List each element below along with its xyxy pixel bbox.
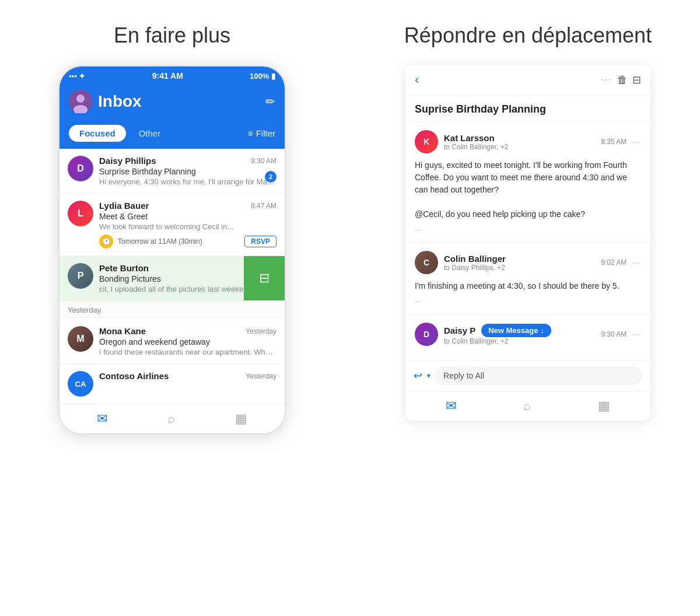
list-item[interactable]: M Mona Kane Yesterday Oregon and weekend…	[60, 319, 285, 364]
phone-mockup: ▪▪▪ ✦ 9:41 AM 100% ▮ Inbox	[58, 65, 286, 435]
nav-search-icon[interactable]: ⌕	[167, 411, 175, 426]
msg-time: 9:30 AM	[601, 330, 626, 338]
email-preview: We look forward to welcoming Cecil in...	[99, 222, 276, 231]
msg-time: 8:35 AM	[601, 138, 626, 146]
msg-time: 9:02 AM	[601, 258, 626, 267]
email-subject: Meet & Greet	[99, 212, 276, 221]
email-sender: Contoso Airlines	[99, 371, 169, 381]
email-top: Lydia Bauer 8:47 AM	[99, 201, 276, 211]
email-time: Yesterday	[246, 372, 276, 380]
filter-icon: ≡	[248, 128, 253, 138]
msg-to: to Colin Ballinger, +2	[444, 143, 595, 151]
msg-body: I'm finishing a meeting at 4:30, so I sh…	[415, 280, 641, 292]
unread-badge: 2	[265, 171, 276, 183]
email-sender: Lydia Bauer	[99, 201, 149, 211]
archive-button[interactable]: ⊟	[632, 74, 641, 86]
right-title: Répondre en déplacement	[404, 23, 652, 48]
date-separator: Yesterday	[60, 301, 285, 319]
msg-options[interactable]: ···	[632, 137, 641, 146]
list-item[interactable]: CA Contoso Airlines Yesterday	[60, 364, 285, 404]
message-header: K Kat Larsson to Colin Ballinger, +2 8:3…	[415, 130, 641, 153]
nav-search-icon[interactable]: ⌕	[523, 398, 531, 414]
left-section: En faire plus ▪▪▪ ✦ 9:41 AM 100% ▮	[12, 23, 332, 435]
email-time: Yesterday	[246, 327, 276, 335]
reply-icon: ↩	[414, 369, 422, 382]
tab-other[interactable]: Other	[131, 125, 169, 142]
email-list: D Daisy Phillips 9:30 AM Surprise Birthd…	[60, 149, 285, 404]
email-preview: I found these restaurants near our apart…	[99, 348, 276, 356]
email-top: Daisy Phillips 9:30 AM	[99, 156, 276, 166]
msg-ellipsis: ···	[415, 225, 641, 234]
inbox-title: Inbox	[98, 92, 142, 111]
panel-bottom-nav: ✉ ⌕ ▦	[405, 391, 650, 421]
thread-message: K Kat Larsson to Colin Ballinger, +2 8:3…	[405, 122, 650, 243]
new-message-banner[interactable]: New Message ↓	[481, 324, 551, 337]
msg-ellipsis: ···	[415, 297, 641, 306]
status-bar: ▪▪▪ ✦ 9:41 AM 100% ▮	[60, 66, 285, 85]
email-sender: Pete Burton	[99, 263, 149, 273]
avatar: M	[68, 326, 93, 352]
msg-info: Kat Larsson to Colin Ballinger, +2	[444, 133, 595, 151]
email-time: 8:47 AM	[251, 202, 276, 210]
email-content: Daisy Phillips 9:30 AM Surprise Birthday…	[99, 156, 276, 186]
event-icon: 🕐	[99, 235, 113, 249]
inbox-tabs: Focused Other ≡ Filter	[60, 120, 285, 149]
email-content: Lydia Bauer 8:47 AM Meet & Greet We look…	[99, 201, 276, 249]
nav-calendar-icon[interactable]: ▦	[598, 398, 610, 414]
msg-body: Hi guys, excited to meet tonight. I'll b…	[415, 159, 641, 220]
avatar	[69, 90, 92, 113]
avatar: L	[68, 201, 93, 226]
email-top: Mona Kane Yesterday	[99, 326, 276, 336]
msg-sender: Kat Larsson	[444, 133, 595, 143]
msg-info: Daisy P New Message ↓ to Colin Ballinger…	[444, 324, 595, 345]
email-subject: Oregon and weekend getaway	[99, 337, 276, 346]
rsvp-button[interactable]: RSVP	[244, 236, 276, 247]
panel-toolbar: ‹ ··· 🗑 ⊟	[405, 65, 650, 95]
email-preview: Hi everyone, 4:30 works for me, I'll arr…	[99, 177, 276, 186]
msg-to: to Daisy Phillips, +2	[444, 264, 595, 272]
message-header: D Daisy P New Message ↓ to Colin Balling…	[415, 323, 641, 346]
bottom-nav: ✉ ⌕ ▦	[60, 404, 285, 433]
more-options-button[interactable]: ···	[601, 75, 612, 85]
email-content: Mona Kane Yesterday Oregon and weekend g…	[99, 326, 276, 356]
swipe-archive-action[interactable]: ⊟	[244, 256, 285, 300]
nav-calendar-icon[interactable]: ▦	[235, 411, 247, 426]
msg-info: Colin Ballinger to Daisy Phillips, +2	[444, 254, 595, 272]
msg-options[interactable]: ···	[632, 330, 641, 339]
message-header: C Colin Ballinger to Daisy Phillips, +2 …	[415, 251, 641, 274]
filter-button[interactable]: ≡ Filter	[248, 128, 275, 138]
email-sender: Mona Kane	[99, 326, 146, 336]
inbox-header: Inbox ✏	[60, 85, 285, 120]
msg-to: to Colin Ballinger, +2	[444, 337, 595, 345]
reply-input[interactable]: Reply to All	[435, 366, 642, 385]
email-subject: Surprise Birthday Planning	[99, 167, 276, 176]
avatar: P	[68, 263, 93, 289]
status-left: ▪▪▪ ✦	[69, 72, 85, 80]
msg-options[interactable]: ···	[632, 258, 641, 267]
email-time: 9:30 AM	[251, 157, 276, 165]
avatar: C	[415, 251, 438, 274]
battery-status: 100% ▮	[250, 72, 275, 80]
nav-mail-icon[interactable]: ✉	[97, 411, 107, 426]
tabs-container: Focused Other	[69, 125, 169, 142]
avatar: K	[415, 130, 438, 153]
delete-button[interactable]: 🗑	[617, 74, 628, 86]
email-top: Contoso Airlines Yesterday	[99, 371, 276, 381]
list-item[interactable]: P Pete Burton 8:13 AM Bonding Pictures c…	[60, 256, 285, 301]
compose-button[interactable]: ✏	[265, 94, 275, 108]
archive-icon: ⊟	[259, 271, 270, 286]
back-button[interactable]: ‹	[415, 72, 419, 88]
reply-chevron-icon[interactable]: ▾	[427, 372, 430, 380]
avatar: CA	[68, 371, 93, 397]
svg-point-1	[76, 94, 85, 103]
signal-icon: ▪▪▪ ✦	[69, 72, 85, 80]
tab-focused[interactable]: Focused	[69, 125, 126, 142]
event-text: Tomorrow at 11AM (30min)	[118, 237, 240, 246]
status-time: 9:41 AM	[152, 71, 183, 80]
list-item[interactable]: L Lydia Bauer 8:47 AM Meet & Greet We lo…	[60, 194, 285, 256]
list-item[interactable]: D Daisy Phillips 9:30 AM Surprise Birthd…	[60, 149, 285, 194]
nav-mail-icon[interactable]: ✉	[446, 398, 456, 414]
inbox-left: Inbox	[69, 90, 142, 113]
left-title: En faire plus	[114, 23, 230, 48]
reply-bar: ↩ ▾ Reply to All	[405, 360, 650, 391]
